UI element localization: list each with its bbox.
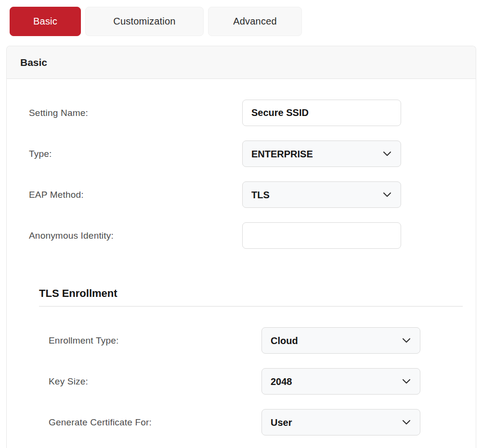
card-body: Setting Name: Type: ENTERPRISE EAP Metho…: [7, 79, 476, 435]
enrollment-type-label: Enrollment Type:: [49, 335, 261, 346]
tab-customization[interactable]: Customization: [85, 7, 204, 36]
key-size-select[interactable]: 2048: [261, 368, 420, 395]
tab-bar: Basic Customization Advanced: [10, 7, 482, 36]
setting-name-control: [242, 100, 401, 126]
eap-method-control: TLS: [242, 181, 401, 208]
tab-basic[interactable]: Basic: [10, 7, 81, 36]
anonymous-identity-label: Anonymous Identity:: [29, 230, 242, 241]
key-size-label: Key Size:: [49, 376, 261, 387]
eap-method-label: EAP Method:: [29, 190, 242, 200]
eap-method-select[interactable]: TLS: [242, 181, 401, 208]
generate-certificate-for-row: Generate Certificate For: User: [7, 409, 476, 435]
setting-name-input[interactable]: [242, 100, 401, 126]
generate-certificate-for-label: Generate Certificate For:: [49, 417, 261, 428]
card-header: Basic: [7, 46, 476, 79]
setting-name-row: Setting Name:: [7, 100, 476, 126]
generate-certificate-for-control: User: [261, 409, 420, 435]
type-control: ENTERPRISE: [242, 141, 401, 167]
card-title: Basic: [20, 57, 47, 68]
setting-name-label: Setting Name:: [29, 108, 242, 118]
eap-method-row: EAP Method: TLS: [7, 181, 476, 208]
tls-enrollment-heading: TLS Enrollment: [39, 287, 463, 307]
basic-settings-card: Basic Setting Name: Type: ENTERPRISE E: [6, 46, 476, 448]
key-size-control: 2048: [261, 368, 420, 395]
tab-advanced[interactable]: Advanced: [208, 7, 302, 36]
anonymous-identity-control: [242, 222, 401, 249]
type-row: Type: ENTERPRISE: [7, 141, 476, 167]
anonymous-identity-row: Anonymous Identity:: [7, 222, 476, 249]
enrollment-type-select[interactable]: Cloud: [261, 327, 420, 354]
key-size-row: Key Size: 2048: [7, 368, 476, 395]
type-select[interactable]: ENTERPRISE: [242, 141, 401, 167]
enrollment-type-row: Enrollment Type: Cloud: [7, 327, 476, 354]
tls-enrollment-section: Enrollment Type: Cloud Key Size: 2048: [7, 327, 476, 435]
enrollment-type-control: Cloud: [261, 327, 420, 354]
type-label: Type:: [29, 149, 242, 159]
anonymous-identity-input[interactable]: [242, 222, 401, 249]
generate-certificate-for-select[interactable]: User: [261, 409, 420, 435]
tls-enrollment-title: TLS Enrollment: [39, 287, 117, 299]
